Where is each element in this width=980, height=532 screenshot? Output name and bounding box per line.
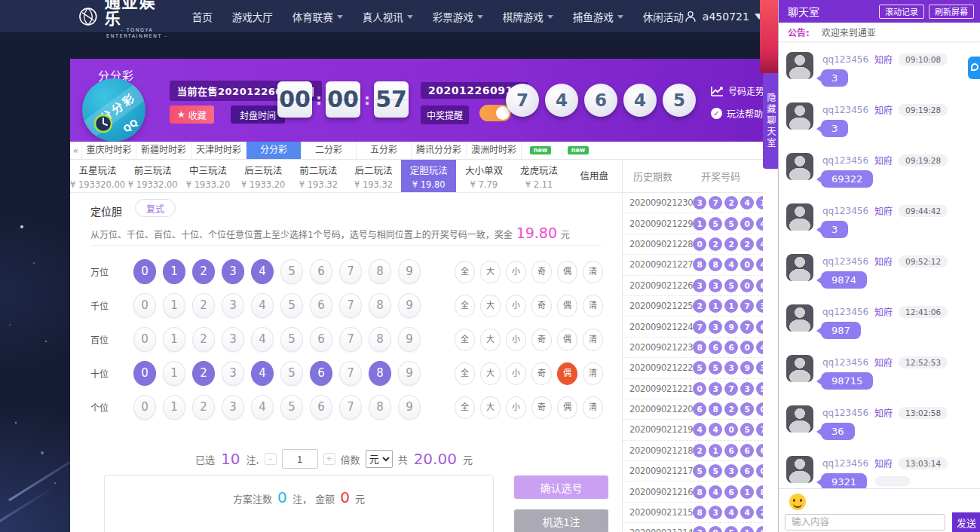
quick-button[interactable]: 清 [583, 362, 603, 385]
quick-button[interactable]: 全 [455, 295, 475, 317]
number-ball[interactable]: 9 [398, 361, 421, 386]
number-ball[interactable]: 9 [398, 327, 421, 352]
number-ball[interactable]: 3 [222, 361, 244, 386]
quick-button[interactable]: 小 [506, 295, 526, 317]
number-ball[interactable]: 3 [222, 293, 244, 318]
play-method-3[interactable]: 后三玩法¥ 1933.20 [236, 160, 291, 192]
lottery-tab-2[interactable]: 天津时时彩 [191, 142, 247, 159]
number-ball[interactable]: 2 [192, 293, 215, 318]
lottery-tab-new-9[interactable]: new [559, 142, 597, 159]
number-ball[interactable]: 6 [310, 327, 332, 352]
number-ball[interactable]: 0 [133, 395, 156, 420]
scroll-indicator[interactable] [875, 476, 910, 486]
lottery-tab-5[interactable]: 五分彩 [357, 142, 412, 159]
quick-button[interactable]: 奇 [531, 295, 552, 317]
number-ball[interactable]: 2 [192, 361, 215, 386]
lottery-tab-1[interactable]: 新疆时时彩 [136, 142, 191, 159]
number-ball[interactable]: 7 [339, 259, 362, 284]
confirm-selection-button[interactable]: 确认选号 [514, 475, 608, 499]
quick-button[interactable]: 大 [480, 362, 501, 385]
play-method-8[interactable]: 龙虎玩法¥ 2.11 [512, 160, 567, 192]
scroll-log-button[interactable]: 滚动记录 [879, 5, 924, 19]
number-ball[interactable]: 7 [339, 293, 362, 318]
number-ball[interactable]: 8 [369, 361, 391, 386]
number-ball[interactable]: 5 [280, 327, 303, 352]
quick-button[interactable]: 全 [455, 396, 475, 419]
number-ball[interactable]: 6 [310, 361, 332, 386]
quick-button[interactable]: 清 [583, 295, 603, 317]
number-ball[interactable]: 6 [310, 293, 332, 318]
number-ball[interactable]: 4 [251, 259, 274, 284]
nav-item-0[interactable]: 首页 [192, 9, 213, 24]
number-ball[interactable]: 2 [192, 259, 215, 284]
nav-item-6[interactable]: 捕鱼游戏 [573, 9, 623, 24]
quick-button[interactable]: 偶 [557, 362, 577, 385]
trend-link[interactable]: 号码走势 [711, 84, 764, 97]
quick-button[interactable]: 奇 [531, 261, 552, 283]
hide-chat-tab[interactable]: 隐藏聊天室 [763, 73, 778, 169]
promo-ribbon[interactable] [760, 0, 778, 73]
number-ball[interactable]: 8 [369, 327, 391, 352]
number-ball[interactable]: 9 [398, 293, 421, 318]
number-ball[interactable]: 5 [280, 293, 303, 318]
nav-item-5[interactable]: 棋牌游戏 [503, 9, 553, 24]
lottery-tab-new-8[interactable]: new [522, 142, 559, 159]
number-ball[interactable]: 1 [163, 361, 185, 386]
number-ball[interactable]: 4 [251, 395, 274, 420]
lottery-tab-3[interactable]: 分分彩 [247, 142, 302, 159]
send-button[interactable]: 发送 [952, 512, 980, 532]
help-link[interactable]: ✓ 玩法帮助 [711, 107, 764, 120]
quick-button[interactable]: 小 [506, 261, 526, 283]
nav-item-2[interactable]: 体育联赛 [292, 9, 343, 24]
quick-button[interactable]: 大 [480, 295, 501, 317]
refresh-screen-button[interactable]: 刷新屏幕 [929, 5, 974, 19]
number-ball[interactable]: 3 [222, 259, 244, 284]
play-method-0[interactable]: 五星玩法¥ 193320.00 [70, 160, 125, 192]
quick-button[interactable]: 清 [583, 396, 603, 419]
tabs-prev-arrow[interactable]: « [70, 142, 81, 159]
quick-button[interactable]: 偶 [557, 329, 577, 351]
quick-button[interactable]: 大 [480, 329, 501, 351]
random-pick-button[interactable]: 机选1注 [514, 509, 608, 532]
number-ball[interactable]: 4 [251, 327, 274, 352]
quick-button[interactable]: 全 [455, 362, 475, 385]
nav-item-7[interactable]: 休闲活动 [643, 9, 684, 24]
number-ball[interactable]: 5 [280, 259, 303, 284]
number-ball[interactable]: 0 [133, 293, 156, 318]
play-method-9[interactable]: 信用盘 [567, 160, 622, 192]
unit-select[interactable]: 元 [366, 450, 393, 468]
number-ball[interactable]: 6 [310, 259, 332, 284]
number-ball[interactable]: 1 [163, 259, 185, 284]
emoji-icon[interactable] [789, 494, 806, 510]
lottery-tab-0[interactable]: 重庆时时彩 [81, 142, 136, 159]
play-method-6[interactable]: 定胆玩法¥ 19.80 [401, 160, 456, 192]
nav-item-3[interactable]: 真人视讯 [363, 9, 413, 24]
number-ball[interactable]: 4 [251, 293, 274, 318]
number-ball[interactable]: 1 [163, 395, 185, 420]
number-ball[interactable]: 0 [133, 361, 156, 386]
quick-button[interactable]: 大 [480, 396, 501, 419]
quick-button[interactable]: 小 [506, 362, 526, 385]
quick-button[interactable]: 小 [506, 329, 526, 351]
number-ball[interactable]: 0 [133, 327, 156, 352]
quick-button[interactable]: 大 [480, 261, 501, 283]
number-ball[interactable]: 7 [339, 395, 362, 420]
number-ball[interactable]: 6 [310, 395, 332, 420]
lottery-tab-7[interactable]: 澳洲时时彩 [467, 142, 522, 159]
number-ball[interactable]: 8 [369, 293, 391, 318]
number-ball[interactable]: 5 [280, 361, 303, 386]
number-ball[interactable]: 9 [398, 395, 421, 420]
quick-button[interactable]: 偶 [557, 295, 577, 317]
mode-pill-button[interactable]: 复式 [135, 199, 176, 217]
quick-button[interactable]: 奇 [531, 396, 552, 419]
number-ball[interactable]: 1 [163, 293, 185, 318]
lottery-tab-6[interactable]: 腾讯分分彩 [412, 142, 467, 159]
quick-button[interactable]: 全 [455, 261, 475, 283]
quick-button[interactable]: 奇 [531, 329, 552, 351]
quick-button[interactable]: 偶 [557, 261, 577, 283]
multiplier-plus-button[interactable]: + [323, 453, 335, 465]
number-ball[interactable]: 3 [222, 395, 244, 420]
play-method-5[interactable]: 后二玩法¥ 193.32 [346, 160, 401, 192]
quick-button[interactable]: 清 [583, 329, 603, 351]
number-ball[interactable]: 2 [192, 327, 215, 352]
